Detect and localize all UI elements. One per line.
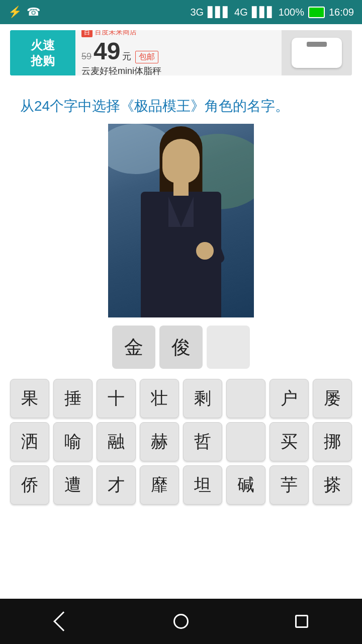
char-btn-1-3[interactable]: 赫 [140,422,179,461]
char-btn-0-0[interactable]: 果 [10,379,49,418]
ad-shop-name: 百 百度未来商店 [81,30,276,37]
char-btn-0-3[interactable]: 壮 [140,379,179,418]
signal-bars-1: ▋▋▋ [208,6,230,18]
char-btn-2-1[interactable]: 遭 [53,465,93,505]
status-bar: ⚡ ☎ 3G ▋▋▋ 4G ▋▋▋ 100% ▮ 16:09 [0,0,362,24]
network-3g: 3G [190,7,204,18]
answer-slot-0[interactable]: 金 [112,326,155,369]
char-btn-2-0[interactable]: 侨 [10,465,49,505]
recents-icon [295,615,308,628]
back-icon [53,611,73,631]
ad-product-image [282,30,352,75]
answer-slots-container: 金俊 [0,326,362,369]
bluetooth-icon: ☎ [27,6,40,19]
char-btn-2-5[interactable]: 碱 [226,465,265,505]
answer-slot-2[interactable] [207,326,250,369]
network-4g: 4G [234,7,248,18]
char-btn-0-1[interactable]: 捶 [53,379,93,418]
ad-free-ship: 包邮 [135,51,158,63]
char-btn-1-1[interactable]: 喻 [53,422,93,461]
scale-illustration [292,38,342,68]
ad-new-price: 49 [94,37,120,65]
signal-bars-2: ▋▋▋ [252,6,275,18]
character-photo-container [0,124,362,317]
char-btn-0-5 [226,379,265,418]
char-btn-1-5 [226,422,265,461]
char-btn-1-0[interactable]: 洒 [10,422,49,461]
char-btn-0-4[interactable]: 剩 [183,379,222,418]
recents-button[interactable] [287,606,317,636]
clock: 16:09 [329,7,354,18]
answer-slot-1[interactable]: 俊 [159,326,203,369]
battery-icon: ▮ [308,7,325,18]
ad-promo-text: 火速 抢购 [10,30,75,75]
char-btn-2-4[interactable]: 坦 [183,465,222,505]
char-btn-2-3[interactable]: 靡 [140,465,179,505]
ad-banner[interactable]: 火速 抢购 百 百度未来商店 59 49 元 包邮 云麦好轻mini体脂秤 [10,30,352,75]
home-icon [173,614,189,629]
char-btn-1-2[interactable]: 融 [97,422,136,461]
char-row-1: 洒喻融赫哲买挪 [8,422,354,461]
ad-yuan: 元 [122,50,131,62]
char-btn-1-6[interactable]: 买 [269,422,309,461]
ad-old-price: 59 [81,51,92,62]
char-btn-0-2[interactable]: 十 [97,379,136,418]
bottom-navigation [0,599,362,644]
question-title: 从24个字中选择《极品模王》角色的名字。 [0,82,362,124]
ad-content: 百 百度未来商店 59 49 元 包邮 云麦好轻mini体脂秤 [75,30,282,75]
ad-product-name: 云麦好轻mini体脂秤 [81,65,276,76]
char-btn-2-2[interactable]: 才 [97,465,136,505]
char-btn-1-7[interactable]: 挪 [313,422,352,461]
char-btn-2-6[interactable]: 芋 [269,465,309,505]
char-btn-2-7[interactable]: 搽 [313,465,352,505]
char-row-2: 侨遭才靡坦碱芋搽 [8,465,354,505]
usb-icon: ⚡ [8,6,22,19]
character-photo [108,124,254,317]
battery-percent: 100% [279,7,304,18]
char-btn-1-4[interactable]: 哲 [183,422,222,461]
character-grid: 果捶十壮剩户屡洒喻融赫哲买挪侨遭才靡坦碱芋搽 [0,379,362,505]
char-btn-0-7[interactable]: 屡 [313,379,352,418]
char-btn-0-6[interactable]: 户 [269,379,309,418]
home-button[interactable] [166,606,196,636]
char-row-0: 果捶十壮剩户屡 [8,379,354,418]
back-button[interactable] [45,606,75,636]
